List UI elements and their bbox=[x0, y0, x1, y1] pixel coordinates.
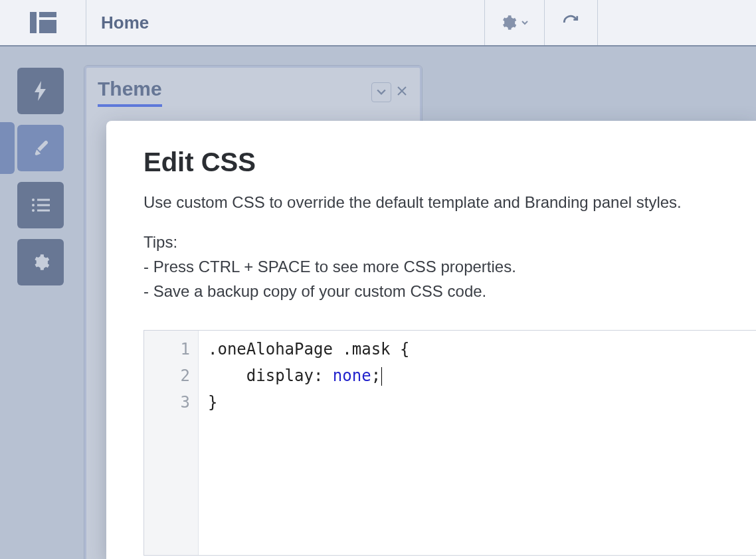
refresh-button[interactable] bbox=[545, 0, 598, 45]
code-indent bbox=[208, 366, 246, 385]
gear-icon bbox=[500, 14, 517, 31]
code-property: display bbox=[246, 366, 314, 385]
code-brace: { bbox=[391, 340, 410, 359]
editor-code[interactable]: .oneAlohaPage .mask { display: none; } bbox=[199, 331, 419, 555]
app-logo[interactable] bbox=[0, 0, 86, 45]
tips-label: Tips: bbox=[143, 233, 756, 252]
code-selector: .oneAlohaPage .mask bbox=[208, 340, 391, 359]
page-settings-menu[interactable] bbox=[485, 0, 545, 45]
code-semicolon: ; bbox=[371, 366, 381, 385]
chevron-down-icon bbox=[521, 19, 529, 27]
layout-icon bbox=[30, 12, 56, 33]
editor-caret bbox=[381, 367, 382, 386]
svg-rect-0 bbox=[30, 12, 37, 33]
editor-gutter: 1 2 3 bbox=[144, 331, 199, 555]
refresh-icon bbox=[562, 14, 579, 31]
page-selector[interactable]: Home bbox=[86, 0, 485, 45]
top-bar-spacer bbox=[598, 0, 756, 45]
modal-title: Edit CSS bbox=[143, 147, 756, 177]
page-title: Home bbox=[101, 13, 149, 33]
svg-rect-2 bbox=[39, 20, 56, 33]
modal-description: Use custom CSS to override the default t… bbox=[143, 191, 756, 214]
code-value: none bbox=[333, 366, 371, 385]
top-bar: Home bbox=[0, 0, 756, 46]
tip-line: - Press CTRL + SPACE to see more CSS pro… bbox=[143, 254, 756, 279]
line-number: 2 bbox=[144, 362, 190, 389]
code-close-brace: } bbox=[208, 393, 217, 412]
line-number: 1 bbox=[144, 336, 190, 362]
edit-css-modal: Edit CSS Use custom CSS to override the … bbox=[106, 121, 756, 559]
svg-rect-1 bbox=[39, 12, 56, 17]
css-editor[interactable]: 1 2 3 .oneAlohaPage .mask { display: non… bbox=[143, 330, 756, 556]
workspace: Theme Edit CSS Use custom CSS to overrid… bbox=[0, 46, 756, 559]
tip-line: - Save a backup copy of your custom CSS … bbox=[143, 279, 756, 303]
line-number: 3 bbox=[144, 389, 190, 416]
code-colon: : bbox=[314, 366, 333, 385]
